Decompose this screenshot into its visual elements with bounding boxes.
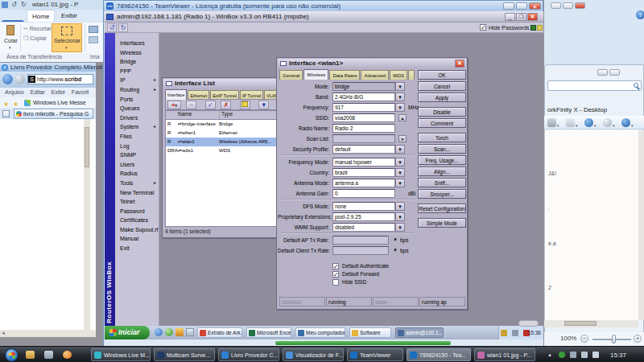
- host-task-button[interactable]: Livro Provedor C...: [218, 348, 279, 361]
- menu-item-snmp[interactable]: SNMP: [115, 150, 159, 160]
- quicklaunch-camera-icon[interactable]: [175, 328, 184, 336]
- tray-chevron-icon[interactable]: ▲: [547, 352, 552, 357]
- tab-overflow[interactable]: [408, 70, 415, 80]
- action-center-icon[interactable]: [570, 352, 576, 358]
- field-input[interactable]: bridge: [332, 82, 395, 91]
- remote-task-button[interactable]: Software: [349, 327, 391, 338]
- dropdown-button[interactable]: ▼: [395, 179, 405, 187]
- filter-button[interactable]: ▼: [258, 101, 269, 109]
- remote-task-button[interactable]: Extrato de Ark...: [197, 327, 242, 338]
- show-desktop-icon[interactable]: [186, 328, 194, 336]
- field-input[interactable]: none: [332, 202, 395, 211]
- minimize-button[interactable]: [597, 69, 608, 76]
- tab-data-rates[interactable]: Data Rates: [329, 70, 360, 80]
- media-player-icon[interactable]: [63, 351, 72, 359]
- tray-icon[interactable]: [501, 330, 507, 336]
- field-input[interactable]: 917: [332, 103, 395, 112]
- field-input[interactable]: voa2008: [332, 113, 395, 122]
- minimize-button[interactable]: _: [505, 13, 515, 21]
- dropdown-button[interactable]: ▼: [395, 145, 405, 154]
- browser-hscrollbar[interactable]: ◄: [0, 330, 96, 337]
- zoom-in-icon[interactable]: +: [634, 335, 642, 343]
- checkbox-hide-ssid[interactable]: [332, 279, 339, 286]
- host-task-button[interactable]: 789624150 - Tea...: [407, 348, 471, 361]
- host-task-button[interactable]: Windows Live M...: [91, 348, 151, 361]
- explorer-icon[interactable]: [26, 351, 35, 359]
- menu-item-routing[interactable]: Routing▸: [115, 85, 159, 95]
- up-toggle-button[interactable]: ▲: [398, 114, 407, 121]
- tab-wireless[interactable]: Wireless: [303, 69, 328, 80]
- menu-item-exit[interactable]: Exit: [115, 244, 159, 253]
- viewer-vscrollbar[interactable]: [638, 130, 644, 320]
- copy-button[interactable]: ❐ Copiar: [23, 35, 47, 42]
- browser-vscrollbar[interactable]: [84, 119, 90, 330]
- tab-general[interactable]: General: [279, 70, 303, 80]
- menu-item-password[interactable]: Password: [115, 207, 159, 216]
- close-button[interactable]: ✕: [529, 2, 541, 10]
- menu-item-wireless[interactable]: Wireless: [115, 48, 159, 58]
- menu-item-certificates[interactable]: Certificates: [115, 216, 159, 225]
- network-icon[interactable]: [581, 352, 588, 358]
- help-icon[interactable]: ?: [636, 10, 644, 19]
- apply-button[interactable]: Apply: [418, 93, 466, 102]
- field-input[interactable]: [332, 236, 389, 245]
- interface-row-ether1[interactable]: R⇄ether1Ethernet: [166, 129, 288, 138]
- menu-item-new-terminal[interactable]: New Terminal: [115, 188, 159, 198]
- snooper--button[interactable]: Snooper...: [418, 189, 466, 199]
- undo-icon[interactable]: ↺: [107, 23, 117, 32]
- reset-configuration-button[interactable]: Reset Configuration: [418, 204, 466, 213]
- remote-task-button[interactable]: Microsoft Exce...: [246, 327, 291, 338]
- start-orb[interactable]: [5, 348, 19, 362]
- app-icon[interactable]: [44, 351, 53, 359]
- zoom-slider-thumb[interactable]: [612, 335, 616, 343]
- help-menu-icon[interactable]: [621, 118, 630, 127]
- close-button[interactable]: ✕: [455, 60, 464, 68]
- menu-item-telnet[interactable]: Telnet: [115, 197, 159, 207]
- tab-interface[interactable]: Interface: [165, 89, 187, 100]
- tools-gear-icon[interactable]: [603, 118, 612, 127]
- ok-button[interactable]: OK: [418, 70, 466, 80]
- field-input[interactable]: [332, 246, 389, 255]
- menu-item-ports[interactable]: Ports: [115, 95, 159, 105]
- simple-mode-button[interactable]: Simple Mode: [418, 218, 466, 228]
- menu-item-ppp[interactable]: PPP: [115, 67, 159, 76]
- field-input[interactable]: manual txpower: [332, 158, 395, 167]
- field-input[interactable]: default: [332, 145, 395, 154]
- tab-home[interactable]: Home: [27, 10, 55, 22]
- interface-row-bridge-interface[interactable]: R⇄bridge-interfaceBridge: [166, 120, 288, 129]
- menu-item-interfaces[interactable]: Interfaces: [115, 39, 159, 48]
- restore-button[interactable]: ❐: [516, 13, 526, 21]
- crop-icon[interactable]: [89, 26, 98, 33]
- disable-button[interactable]: Disable: [418, 107, 466, 117]
- interface-row-wds1[interactable]: DRA⇄wds1WDS: [166, 146, 288, 155]
- disable-button[interactable]: ✗: [221, 101, 231, 109]
- minimize-button[interactable]: [551, 2, 561, 9]
- remote-task-button[interactable]: admin@192.1...: [395, 327, 444, 338]
- interface-row-wlan1[interactable]: R⇄wlan1Wireless (Atheros AR5...: [166, 138, 288, 146]
- field-input[interactable]: 2.4GHz-B/G: [332, 93, 395, 101]
- close-button[interactable]: [575, 2, 585, 9]
- antivirus-tray-icon[interactable]: [559, 352, 565, 358]
- dropdown-arrow-icon[interactable]: ▼: [393, 248, 398, 253]
- comment-button[interactable]: [240, 101, 250, 109]
- quicklaunch-ie-icon[interactable]: [155, 328, 163, 336]
- menu-item-ip[interactable]: IP▸: [115, 76, 159, 85]
- down-toggle-button[interactable]: ▼: [398, 135, 407, 142]
- enable-button[interactable]: ✓: [205, 101, 216, 109]
- field-input[interactable]: Radio 2: [332, 124, 395, 133]
- tab-advanced[interactable]: Advanced: [361, 70, 389, 80]
- host-task-button[interactable]: wlan1 01.jpg - P...: [474, 348, 535, 361]
- field-input[interactable]: 0: [332, 189, 395, 198]
- safety-icon[interactable]: [584, 118, 593, 127]
- tab-wds[interactable]: WDS: [390, 70, 407, 80]
- menu-item-files[interactable]: Files: [115, 132, 159, 142]
- viewer-hscrollbar[interactable]: [544, 320, 638, 327]
- scan--button[interactable]: Scan...: [418, 144, 466, 154]
- restore-button[interactable]: [609, 69, 620, 76]
- align--button[interactable]: Align...: [418, 167, 466, 176]
- print-icon[interactable]: [547, 118, 556, 127]
- redo-icon[interactable]: ↻: [118, 23, 128, 32]
- sniff--button[interactable]: Sniff...: [418, 178, 466, 187]
- menu-item-log[interactable]: Log: [115, 142, 159, 151]
- browser-menubar[interactable]: Arquivo Editar Exibir Favorit: [0, 88, 96, 97]
